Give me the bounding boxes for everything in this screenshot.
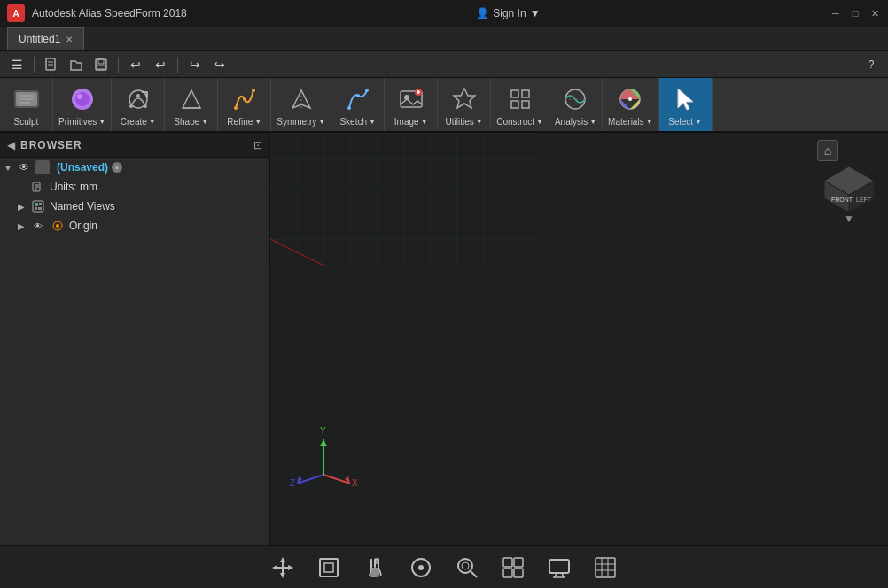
svg-point-15 [129,104,133,108]
redo2-btn[interactable]: ↪ [210,55,230,74]
cube-expand-btn[interactable]: ▼ [817,213,881,225]
open-btn[interactable] [66,55,86,74]
construct-tool[interactable]: Construct ▼ [491,78,549,131]
svg-text:Y: Y [320,426,326,436]
app-title: Autodesk Alias SpeedForm 2018 [32,7,187,19]
redo-btn[interactable]: ↪ [185,55,205,74]
tree-item-root[interactable]: ▼ 👁 (Unsaved) ● [0,158,269,177]
maximize-btn[interactable]: □ [849,7,861,19]
browser-search-btn[interactable]: ⊡ [253,139,262,151]
undo2-btn[interactable]: ↩ [151,55,170,74]
sign-in-label[interactable]: Sign In [493,7,526,19]
browser-toggle-btn[interactable]: ◀ [7,139,15,151]
symmetry-tool[interactable]: Symmetry ▼ [271,78,331,131]
separator [34,57,35,73]
svg-rect-49 [38,207,42,210]
tree-expand-named-views[interactable]: ▶ [18,202,30,212]
svg-point-16 [136,94,140,97]
tree-root-label: (Unsaved) [57,161,108,174]
grid-canvas [270,133,536,266]
svg-point-81 [418,565,424,570]
svg-marker-71 [280,557,285,562]
construct-label: Construct ▼ [496,117,543,127]
select-tool[interactable]: Select ▼ [659,78,713,131]
svg-point-25 [365,89,369,92]
materials-label: Materials ▼ [608,117,653,127]
tree-item-origin[interactable]: ▶ 👁 Origin [0,216,269,236]
zoom-tool-btn[interactable] [451,552,483,584]
select-icon [669,83,701,115]
materials-tool[interactable]: Materials ▼ [603,78,659,131]
tree-item-named-views[interactable]: ▶ Named Views [0,197,269,216]
display-mode-btn[interactable] [543,552,575,584]
symmetry-icon [285,83,317,115]
menu-btn[interactable]: ☰ [7,55,27,74]
browser-header: ◀ BROWSER ⊡ [0,133,269,158]
viewport[interactable]: ⌂ FRONT LEFT ▼ [270,133,888,545]
tree-item-units[interactable]: Units: mm [0,177,269,197]
tab-close-btn[interactable]: ✕ [66,35,73,44]
utilities-tool[interactable]: Utilities ▼ [438,78,491,131]
select-label: Select ▼ [668,117,702,127]
sign-in-area[interactable]: 👤 Sign In ▼ [476,7,540,19]
shape-tool[interactable]: Shape ▼ [165,78,218,131]
utilities-label: Utilities ▼ [446,117,483,127]
sculpt-tool[interactable]: Sculpt [0,78,53,131]
close-btn[interactable]: ✕ [869,7,881,19]
separator2 [118,57,119,73]
tree-origin-eye-icon: 👁 [30,218,46,234]
primitives-tool[interactable]: Primitives ▼ [53,78,112,131]
tab-bar: Untitled1 ✕ [0,27,888,51]
dropdown-arrow: ▼ [530,7,541,19]
analysis-tool[interactable]: Analysis ▼ [549,78,603,131]
app-logo: A [7,4,25,22]
svg-rect-48 [35,207,37,210]
orbit-tool-btn[interactable] [405,552,437,584]
construct-icon [504,83,536,115]
tab-untitled1[interactable]: Untitled1 ✕ [7,27,84,50]
grid-display-btn[interactable] [589,552,621,584]
save-btn[interactable] [91,55,111,74]
svg-rect-78 [374,559,376,568]
tree-expand-root[interactable]: ▼ [4,163,16,173]
split-view-btn[interactable] [497,552,529,584]
svg-point-20 [243,97,246,101]
frame-tool-btn[interactable] [313,552,345,584]
create-tool[interactable]: Create ▼ [112,78,165,131]
home-btn[interactable]: ⌂ [817,140,838,161]
symmetry-label: Symmetry ▼ [277,117,325,127]
refine-tool[interactable]: Refine ▼ [218,78,271,131]
image-icon [395,83,427,115]
svg-point-21 [252,89,255,92]
move-tool-btn[interactable] [267,552,299,584]
svg-marker-64 [320,439,327,446]
svg-rect-79 [378,559,379,568]
new-btn[interactable] [42,55,61,74]
main-toolbar: Sculpt Primitives ▼ [0,78,888,133]
image-tool[interactable]: Image ▼ [385,78,438,131]
cube-face[interactable]: FRONT LEFT [822,165,876,211]
svg-rect-85 [503,558,512,567]
sign-in-dropdown[interactable]: ▼ [530,7,541,19]
svg-point-82 [458,559,472,573]
refine-label: Refine ▼ [227,117,261,127]
tree-expand-origin[interactable]: ▶ [18,221,30,231]
shape-icon [175,83,207,115]
svg-rect-34 [511,101,518,108]
sketch-label: Sketch ▼ [339,117,376,127]
svg-rect-88 [514,569,523,577]
sketch-tool[interactable]: Sketch ▼ [331,78,385,131]
view-cube: ⌂ FRONT LEFT ▼ [817,140,881,211]
utilities-icon [448,83,480,115]
refine-icon [229,83,261,115]
svg-rect-35 [522,101,529,108]
minimize-btn[interactable]: ─ [830,7,842,19]
svg-point-39 [628,97,632,101]
svg-rect-93 [596,558,615,577]
tree-doc-icon [35,160,50,174]
svg-marker-31 [454,89,475,108]
help-btn[interactable]: ? [861,55,881,74]
undo-btn[interactable]: ↩ [126,55,145,74]
svg-rect-33 [522,90,529,97]
pan-tool-btn[interactable] [359,552,391,584]
